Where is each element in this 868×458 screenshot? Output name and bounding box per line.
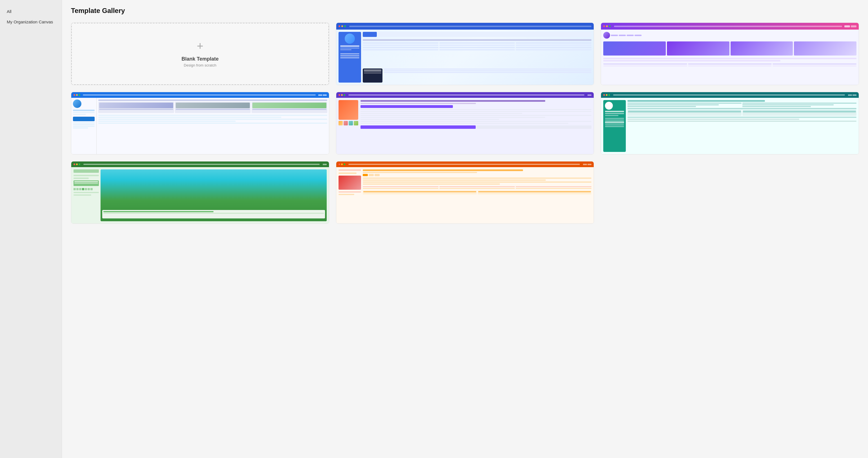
thumb-body-6: [71, 167, 329, 224]
app-layout: All My Organization Canvas Template Gall…: [0, 0, 868, 458]
thumb-car: [339, 169, 361, 221]
thumb-header-5: [601, 92, 859, 98]
template-card-5[interactable]: [601, 92, 859, 154]
thumb-header-4: [336, 92, 594, 98]
blank-card-content: + Blank Template Design from scratch: [71, 23, 329, 85]
main-content: Template Gallery + Blank Template Design…: [62, 0, 868, 458]
thumb-content: [363, 32, 592, 83]
plus-icon: +: [197, 40, 203, 52]
thumb-sidebar: [339, 32, 361, 83]
template-thumb-5: [601, 92, 859, 154]
template-thumb-3: [71, 92, 329, 154]
template-card-1[interactable]: [336, 23, 594, 85]
thumb-header-6: [71, 162, 329, 167]
template-thumb-7: [336, 162, 594, 224]
page-title: Template Gallery: [71, 7, 859, 15]
blank-template-title: Blank Template: [181, 56, 219, 62]
thumb-product: [339, 100, 358, 152]
thumb-header-2: [601, 23, 859, 30]
template-thumb-6: [71, 162, 329, 224]
thumb-details-7: [363, 169, 592, 221]
thumb-header-7: [336, 162, 594, 167]
thumb-photo-6: [100, 169, 327, 221]
thumb-body-2: [601, 30, 859, 69]
blank-template-card[interactable]: + Blank Template Design from scratch: [71, 23, 329, 85]
template-grid: + Blank Template Design from scratch: [71, 23, 859, 224]
sidebar-item-my-org[interactable]: My Organization Canvas: [6, 17, 56, 27]
thumb-header-3: [71, 92, 329, 98]
template-thumb-2: [601, 23, 859, 85]
template-card-2[interactable]: [601, 23, 859, 85]
template-card-7[interactable]: [336, 161, 594, 224]
template-thumb-4: [336, 92, 594, 154]
thumb-sidebar-3: [71, 98, 97, 154]
thumb-sidebar-6: [73, 169, 99, 221]
thumb-details: [361, 100, 592, 152]
thumb-body: [336, 30, 594, 85]
template-card-4[interactable]: [336, 92, 594, 154]
template-card-6[interactable]: [71, 161, 329, 224]
template-thumb-1: [336, 23, 594, 85]
thumb-header: [336, 23, 594, 30]
sidebar-item-all[interactable]: All: [6, 7, 56, 16]
thumb-sidebar-5: [603, 100, 626, 152]
thumb-content-3: [97, 98, 329, 154]
blank-template-subtitle: Design from scratch: [184, 63, 217, 67]
thumb-body-7: [336, 167, 594, 224]
thumb-body-5: [601, 98, 859, 154]
thumb-content-5: [627, 100, 857, 152]
sidebar: All My Organization Canvas: [0, 0, 62, 458]
thumb-body-4: [336, 98, 594, 154]
template-card-3[interactable]: [71, 92, 329, 154]
